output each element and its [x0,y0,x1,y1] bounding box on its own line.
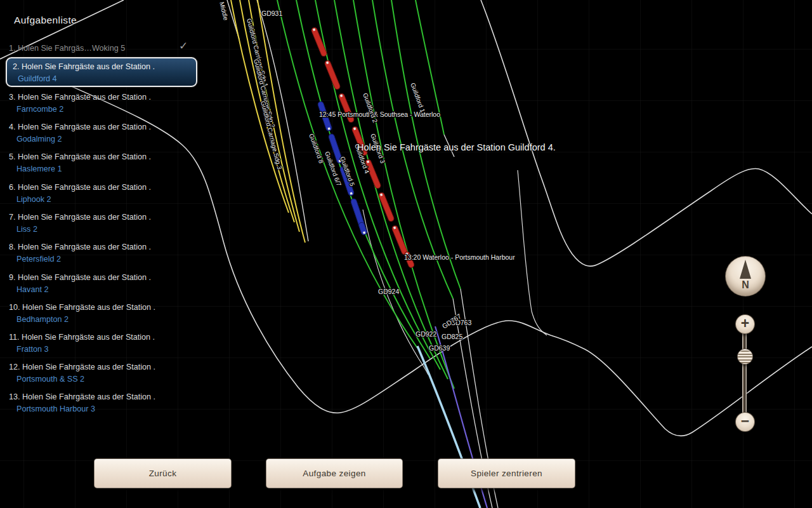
back-button[interactable]: Zurück [94,458,232,488]
task-station: Godalming 2 [16,133,151,145]
page-title: Aufgabenliste [14,15,77,26]
task-label: 9. Holen Sie Fahrgäste aus der Station . [9,272,151,284]
center-player-button[interactable]: Spieler zentrieren [438,458,575,488]
compass-north-label: N [726,279,765,291]
task-label: 3. Holen Sie Fahrgäste aus der Station . [9,91,151,104]
zoom-slider-track[interactable] [742,323,747,422]
task-label: 7. Holen Sie Fahrgäste aus der Station . [9,211,151,224]
task-station: Petersfield 2 [16,253,151,265]
train-label-red: 13:20 Waterloo - Portsmouth Harbour [404,253,515,261]
task-item-12[interactable]: 12. Holen Sie Fahrgäste aus der Station … [9,361,155,385]
compass-north-arrow-icon [740,260,751,279]
task-label: 10. Holen Sie Fahrgäste aus der Station … [9,302,155,314]
zoom-slider-handle[interactable] [737,349,753,364]
signal-label-gd825: GD825 [442,333,462,340]
task-item-9[interactable]: 9. Holen Sie Fahrgäste aus der Station .… [9,272,151,295]
compass[interactable]: N [725,256,766,297]
task-station: Liss 2 [16,224,151,236]
task-station: Haslemere 1 [16,163,151,175]
task-label: 8. Holen Sie Fahrgäste aus der Station . [9,241,151,253]
task-item-5[interactable]: 5. Holen Sie Fahrgäste aus der Station .… [9,151,151,175]
signal-label-gd924: GD924 [378,288,399,295]
task-label: 11. Holen Sie Fahrgäste aus der Station … [9,331,155,344]
task-label: 4. Holen Sie Fahrgäste aus der Station . [9,121,151,133]
task-station: Liphook 2 [16,194,151,206]
task-station: Portsmouth Harbour 3 [16,403,155,415]
task-item-8[interactable]: 8. Holen Sie Fahrgäste aus der Station .… [9,241,151,265]
task-label: 6. Holen Sie Fahrgäste aus der Station . [9,182,151,194]
task-label: 12. Holen Sie Fahrgäste aus der Station … [9,361,155,373]
task-item-2-selected[interactable]: 2. Holen Sie Fahrgäste aus der Station .… [6,57,197,87]
task-item-10[interactable]: 10. Holen Sie Fahrgäste aus der Station … [9,302,155,325]
task-item-4[interactable]: 4. Holen Sie Fahrgäste aus der Station .… [9,121,151,145]
task-hint-message: Holen Sie Fahrgäste aus der Station Guil… [357,142,556,152]
task-label: 13. Holen Sie Fahrgäste aus der Station … [9,391,155,403]
zoom-out-button[interactable]: − [735,412,755,432]
task-item-3[interactable]: 3. Holen Sie Fahrgäste aus der Station .… [9,91,151,115]
check-icon: ✓ [179,41,188,53]
plus-icon: + [741,315,749,331]
task-item-6[interactable]: 6. Holen Sie Fahrgäste aus der Station .… [9,182,151,205]
task-station: Fratton 3 [16,344,155,356]
task-item-7[interactable]: 7. Holen Sie Fahrgäste aus der Station .… [9,211,151,235]
task-item-11[interactable]: 11. Holen Sie Fahrgäste aus der Station … [9,331,155,355]
task-item-13[interactable]: 13. Holen Sie Fahrgäste aus der Station … [9,391,155,415]
task-label: 5. Holen Sie Fahrgäste aus der Station . [9,151,151,163]
task-station: Bedhampton 2 [16,314,155,326]
signal-label-gd931: GD931 [261,10,282,17]
task-label: 1. Holen Sie Fahrgäs…Woking 5 [9,43,125,55]
zoom-in-button[interactable]: + [735,314,755,334]
task-label: 2. Holen Sie Fahrgäste aus der Station . [13,62,155,71]
task-station: Portsmouth & SS 2 [16,373,155,385]
task-station: Farncombe 2 [16,104,151,116]
task-station: Guildford 4 [18,73,155,85]
show-task-button[interactable]: Aufgabe zeigen [266,458,403,488]
minus-icon: − [741,413,749,429]
signal-label-gd639: GD639 [429,344,450,352]
task-station: Havant 2 [16,284,151,296]
task-item-1[interactable]: 1. Holen Sie Fahrgäs…Woking 5 ✓ [9,43,125,55]
signal-label-gd922: GD922 [416,330,436,338]
